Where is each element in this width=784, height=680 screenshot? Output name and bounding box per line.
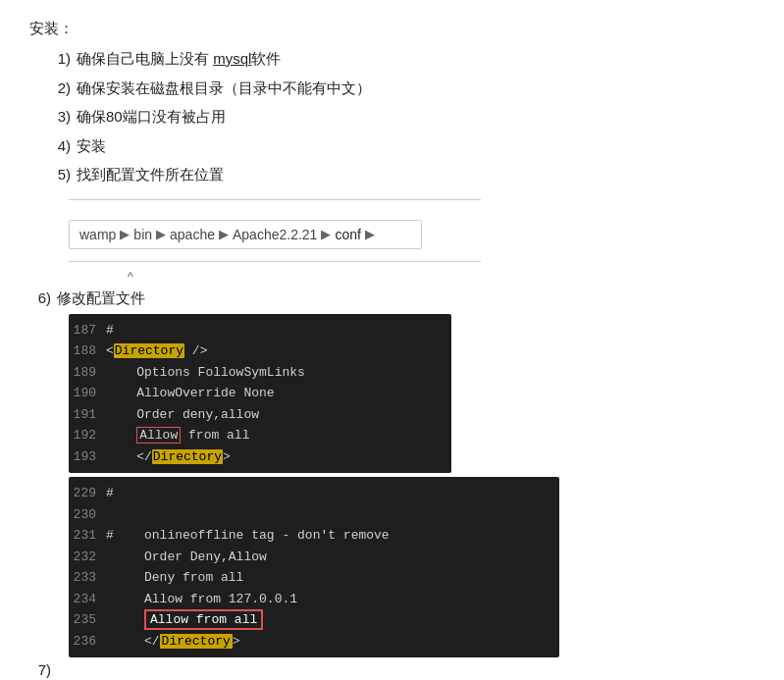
step-6-row: 6) 修改配置文件 xyxy=(29,289,755,308)
separator xyxy=(69,261,481,262)
breadcrumb-arrow: ▶ xyxy=(219,227,229,241)
line-content: </Directory> xyxy=(106,632,559,652)
line-number: 232 xyxy=(69,548,106,567)
code-line: 231 # onlineoffline tag - don't remove xyxy=(69,525,559,547)
line-content: Allow from all xyxy=(106,426,451,445)
step-text: 确保自己电脑上没有 mysql软件 xyxy=(77,46,755,72)
step-number: 4) xyxy=(49,133,77,159)
step-number: 6) xyxy=(29,289,57,308)
breadcrumb-item-bin: bin xyxy=(133,227,152,242)
code-line: 234 Allow from 127.0.0.1 xyxy=(69,589,559,610)
line-number: 230 xyxy=(69,505,106,525)
breadcrumb-item-apache: apache xyxy=(170,227,215,242)
step-number: 3) xyxy=(49,104,77,130)
line-number: 231 xyxy=(69,526,106,546)
line-number: 193 xyxy=(69,447,106,467)
breadcrumb-arrow: ▶ xyxy=(321,227,331,241)
steps-list: 1) 确保自己电脑上没有 mysql软件 2) 确保安装在磁盘根目录（目录中不能… xyxy=(49,46,755,187)
mysql-text: mysql xyxy=(213,50,251,67)
code-line: 187 # xyxy=(69,320,451,341)
step-text: 安装 xyxy=(77,133,755,159)
step-7-row: 7) xyxy=(29,661,160,678)
code-line: 233 Deny from all xyxy=(69,567,559,589)
line-content: Order deny,allow xyxy=(106,405,451,425)
line-content: Allow from 127.0.0.1 xyxy=(106,590,559,609)
line-number: 189 xyxy=(69,363,106,383)
line-content: # xyxy=(106,321,451,340)
line-number: 192 xyxy=(69,426,106,445)
directory-token: Directory xyxy=(152,449,223,464)
allow-token: Allow xyxy=(136,427,181,444)
separator xyxy=(69,199,481,200)
breadcrumb: wamp ▶ bin ▶ apache ▶ Apache2.2.21 ▶ con… xyxy=(69,220,422,249)
code-line: 236 </Directory> xyxy=(69,631,559,653)
line-content: </Directory> xyxy=(106,447,451,467)
line-content: <Directory /> xyxy=(106,341,451,361)
code-block-1: 187 # 188 <Directory /> 189 Options Foll… xyxy=(69,314,451,474)
line-content: # onlineoffline tag - don't remove xyxy=(106,526,559,546)
page-title: 安装： xyxy=(29,20,755,38)
code-line: 191 Order deny,allow xyxy=(69,404,451,426)
line-content: # xyxy=(106,484,559,503)
breadcrumb-arrow: ▶ xyxy=(365,227,375,241)
line-number: 190 xyxy=(69,384,106,403)
line-number: 235 xyxy=(69,610,106,630)
line-number: 233 xyxy=(69,568,106,588)
code-line: 229 # xyxy=(69,483,559,504)
step-number: 2) xyxy=(49,76,77,101)
line-content: Order Deny,Allow xyxy=(106,548,559,567)
step-number: 7) xyxy=(29,661,57,678)
breadcrumb-arrow: ▶ xyxy=(120,227,130,241)
directory-token: Directory xyxy=(114,343,184,358)
code-line: 232 Order Deny,Allow xyxy=(69,547,559,568)
list-item: 3) 确保80端口没有被占用 xyxy=(49,104,755,130)
step-number: 5) xyxy=(49,162,77,187)
breadcrumb-item-apache221: Apache2.2.21 xyxy=(233,227,317,242)
list-item: 2) 确保安装在磁盘根目录（目录中不能有中文） xyxy=(49,76,755,101)
allow-all-token: Allow from all xyxy=(144,609,263,630)
list-item: 5) 找到配置文件所在位置 xyxy=(49,162,755,187)
code-line: 230 xyxy=(69,504,559,526)
step-number: 1) xyxy=(49,46,77,72)
line-content: Deny from all xyxy=(106,568,559,588)
line-content: Options FollowSymLinks xyxy=(106,363,451,383)
line-content: AllowOverride None xyxy=(106,384,451,403)
breadcrumb-item-wamp: wamp xyxy=(79,227,116,242)
line-number: 188 xyxy=(69,341,106,361)
directory-token: Directory xyxy=(160,634,233,649)
code-line: 192 Allow from all xyxy=(69,425,451,446)
line-number: 191 xyxy=(69,405,106,425)
line-content: Allow from all xyxy=(106,610,559,630)
step-text: 找到配置文件所在位置 xyxy=(77,162,755,187)
line-content xyxy=(106,505,559,525)
step-text: 确保安装在磁盘根目录（目录中不能有中文） xyxy=(77,76,755,101)
line-number: 236 xyxy=(69,632,106,652)
line-number: 234 xyxy=(69,590,106,609)
list-item: 1) 确保自己电脑上没有 mysql软件 xyxy=(49,46,755,72)
line-number: 229 xyxy=(69,484,106,503)
step-text: 修改配置文件 xyxy=(57,289,755,308)
code-line: 190 AllowOverride None xyxy=(69,383,451,404)
breadcrumb-item-conf: conf xyxy=(335,227,360,242)
list-item: 4) 安装 xyxy=(49,133,755,159)
code-line: 188 <Directory /> xyxy=(69,340,451,362)
step-text xyxy=(57,661,160,678)
code-line: 189 Options FollowSymLinks xyxy=(69,362,451,384)
step-text: 确保80端口没有被占用 xyxy=(77,104,755,130)
code-line: 193 </Directory> xyxy=(69,446,451,468)
caret-icon: ^ xyxy=(128,270,755,284)
breadcrumb-arrow: ▶ xyxy=(156,227,166,241)
code-block-2: 229 # 230 231 # onlineoffline tag - don'… xyxy=(69,477,559,657)
code-line: 235 Allow from all xyxy=(69,609,559,631)
line-number: 187 xyxy=(69,321,106,340)
